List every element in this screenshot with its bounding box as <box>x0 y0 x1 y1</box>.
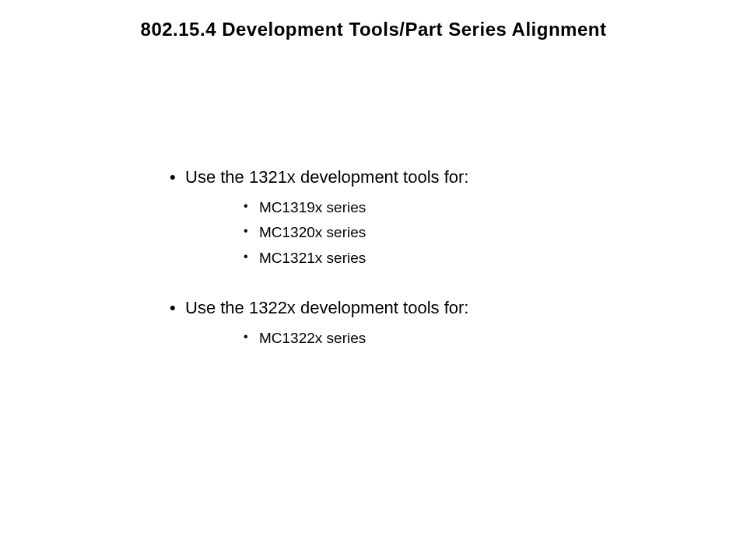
slide-content: Use the 1321x development tools for: MC1… <box>170 167 668 378</box>
sub-list-item: MC1321x series <box>244 246 668 271</box>
list-item-heading: Use the 1322x development tools for: <box>185 298 468 317</box>
sub-list-item: MC1322x series <box>244 326 668 351</box>
slide-title: 802.15.4 Development Tools/Part Series A… <box>0 19 747 40</box>
sub-list-item: MC1320x series <box>244 220 668 245</box>
sub-list: MC1322x series <box>244 326 668 351</box>
sub-list: MC1319x series MC1320x series MC1321x se… <box>244 195 668 271</box>
list-item: Use the 1321x development tools for: MC1… <box>170 167 668 271</box>
top-level-list: Use the 1321x development tools for: MC1… <box>170 167 668 351</box>
list-item-heading: Use the 1321x development tools for: <box>185 167 468 187</box>
sub-list-item: MC1319x series <box>244 195 668 220</box>
list-item: Use the 1322x development tools for: MC1… <box>170 298 668 351</box>
